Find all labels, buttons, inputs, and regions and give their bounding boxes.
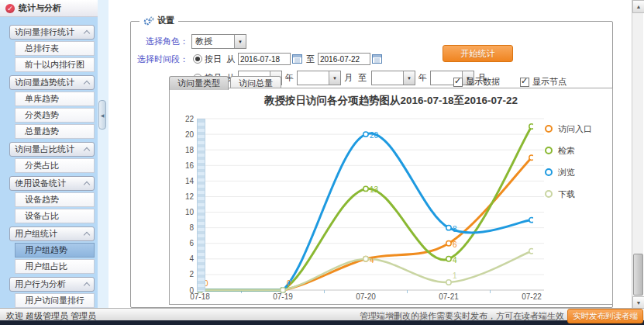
- svg-text:07-22: 07-22: [522, 292, 542, 301]
- chevron-up-icon: [84, 282, 90, 288]
- publish-button[interactable]: 实时发布到读者端: [567, 309, 643, 323]
- app-root: ✓ 统计与分析 访问量排行统计总排行表前十以内排行图访问量趋势统计单库趋势分类趋…: [0, 0, 644, 325]
- svg-text:8: 8: [453, 225, 457, 233]
- sidebar-item-0-1[interactable]: 前十以内排行图: [15, 57, 95, 72]
- legend-item-2[interactable]: 浏览: [545, 161, 592, 183]
- sidebar-group-2[interactable]: 访问量占比统计: [9, 142, 95, 157]
- legend-label: 访问入口: [558, 123, 592, 135]
- display-options: 显示数据显示节点: [453, 76, 567, 88]
- svg-text:13: 13: [370, 185, 379, 194]
- date-to-input[interactable]: [318, 53, 370, 65]
- svg-text:18: 18: [185, 146, 195, 154]
- role-row: 选择角色： 教授 ▼: [136, 34, 246, 49]
- svg-text:6: 6: [453, 240, 457, 249]
- sidebar-group-4[interactable]: 用户组统计: [9, 226, 95, 241]
- sidebar-group-0[interactable]: 访问量排行统计: [9, 25, 95, 40]
- sidebar-group-5[interactable]: 用户行为分析: [9, 277, 95, 292]
- daily-label: 按日: [205, 54, 222, 65]
- chevron-down-icon: ▼: [329, 71, 340, 85]
- sidebar-item-2-0[interactable]: 分类占比: [15, 158, 95, 173]
- chevron-up-icon: [84, 29, 90, 36]
- sidebar-header: ✓ 统计与分析: [0, 0, 98, 17]
- checkbox[interactable]: [520, 78, 529, 87]
- year-label: 年: [418, 72, 427, 84]
- legend-marker-icon: [545, 147, 553, 154]
- from-month-select[interactable]: ▼: [297, 71, 341, 85]
- svg-text:4: 4: [453, 256, 457, 264]
- to-year-select[interactable]: ▼: [371, 71, 415, 85]
- calendar-icon[interactable]: [292, 54, 302, 64]
- sidebar: ✓ 统计与分析 访问量排行统计总排行表前十以内排行图访问量趋势统计单库趋势分类趋…: [0, 0, 98, 308]
- sidebar-item-3-1[interactable]: 设备占比: [15, 209, 95, 223]
- date-from-input[interactable]: [238, 53, 291, 65]
- display-option-0: 显示数据: [453, 76, 500, 88]
- sidebar-title: 统计与分析: [19, 2, 61, 14]
- scrollbar-thumb[interactable]: [633, 254, 643, 296]
- bottom-strip: [0, 320, 644, 325]
- svg-text:4: 4: [189, 254, 194, 263]
- svg-text:14: 14: [185, 177, 195, 185]
- vertical-scrollbar[interactable]: ▲ ▼: [632, 0, 643, 308]
- svg-text:21: 21: [536, 123, 545, 132]
- svg-text:07-19: 07-19: [273, 292, 293, 301]
- settings-legend-label: 设置: [157, 15, 174, 26]
- status-bar: 欢迎 超级管理员 管理员 管理端增删改的操作需要实时发布，方可在读者端生效！: [0, 308, 644, 321]
- chart-panel: 教授按日访问各分项趋势图从2016-07-18至2016-07-22 02468…: [169, 88, 613, 305]
- sidebar-edge-strip: [98, 0, 108, 308]
- svg-text:10: 10: [185, 208, 195, 216]
- sidebar-item-1-2[interactable]: 总量趋势: [15, 124, 95, 139]
- chart-scroll-strip[interactable]: [197, 119, 205, 292]
- sidebar-menu: 访问量排行统计总排行表前十以内排行图访问量趋势统计单库趋势分类趋势总量趋势访问量…: [0, 17, 98, 324]
- sidebar-group-1[interactable]: 访问量趋势统计: [9, 75, 95, 90]
- sidebar-item-4-0[interactable]: 用户组趋势: [15, 243, 95, 258]
- role-select-value: 教授: [192, 35, 234, 48]
- scroll-up-icon[interactable]: ▲: [632, 0, 644, 13]
- svg-text:20: 20: [370, 131, 379, 140]
- role-select[interactable]: 教授 ▼: [191, 34, 246, 49]
- sidebar-item-1-0[interactable]: 单库趋势: [15, 92, 95, 106]
- daily-radio[interactable]: [193, 54, 202, 64]
- sidebar-group-label: 访问量排行统计: [15, 26, 84, 38]
- settings-legend: 设置: [139, 15, 178, 26]
- sidebar-group-label: 访问量占比统计: [15, 143, 84, 155]
- checkbox[interactable]: [453, 78, 463, 87]
- svg-text:8: 8: [189, 223, 194, 232]
- tab-0[interactable]: 访问量类型: [169, 76, 229, 90]
- year-label: 年: [285, 72, 294, 84]
- sidebar-item-4-1[interactable]: 用户组占比: [15, 259, 95, 274]
- sidebar-group-3[interactable]: 使用设备统计: [9, 176, 95, 191]
- legend-item-0[interactable]: 访问入口: [545, 118, 592, 140]
- sidebar-collapse-handle[interactable]: ◀: [98, 100, 106, 130]
- legend-item-3[interactable]: 下载: [545, 183, 592, 205]
- sidebar-item-3-0[interactable]: 设备趋势: [15, 192, 95, 207]
- calendar-icon[interactable]: [372, 54, 382, 64]
- legend-label: 检索: [558, 145, 575, 157]
- sidebar-item-0-0[interactable]: 总排行表: [15, 41, 95, 56]
- chevron-up-icon: [84, 181, 90, 187]
- legend-label: 浏览: [558, 167, 575, 178]
- legend-item-1[interactable]: 检索: [545, 140, 592, 161]
- from-label: 从: [226, 54, 235, 65]
- to-label: 至: [306, 54, 315, 65]
- sidebar-group-label: 用户行为分析: [15, 278, 84, 290]
- svg-text:12: 12: [185, 192, 195, 201]
- checkbox-label: 显示节点: [532, 76, 567, 88]
- legend-marker-icon: [545, 190, 553, 198]
- svg-text:4: 4: [370, 256, 374, 264]
- svg-text:6: 6: [189, 239, 194, 247]
- to-label: 至: [358, 72, 367, 84]
- legend-label: 下载: [558, 188, 575, 200]
- svg-text:0: 0: [287, 279, 291, 288]
- svg-text:2: 2: [189, 270, 194, 278]
- start-statistics-button[interactable]: 开始统计: [443, 45, 513, 62]
- svg-text:16: 16: [185, 161, 195, 170]
- svg-text:07-20: 07-20: [356, 292, 376, 301]
- period-label: 选择时间段：: [136, 54, 188, 65]
- sidebar-item-1-1[interactable]: 分类趋势: [15, 108, 95, 123]
- svg-text:07-18: 07-18: [190, 292, 210, 301]
- sidebar-item-5-0[interactable]: 用户访问量排行: [15, 293, 95, 308]
- chevron-down-icon: ▼: [403, 71, 415, 85]
- chevron-up-icon: [84, 80, 90, 86]
- legend-marker-icon: [545, 125, 553, 133]
- chevron-down-icon: ▼: [234, 35, 246, 48]
